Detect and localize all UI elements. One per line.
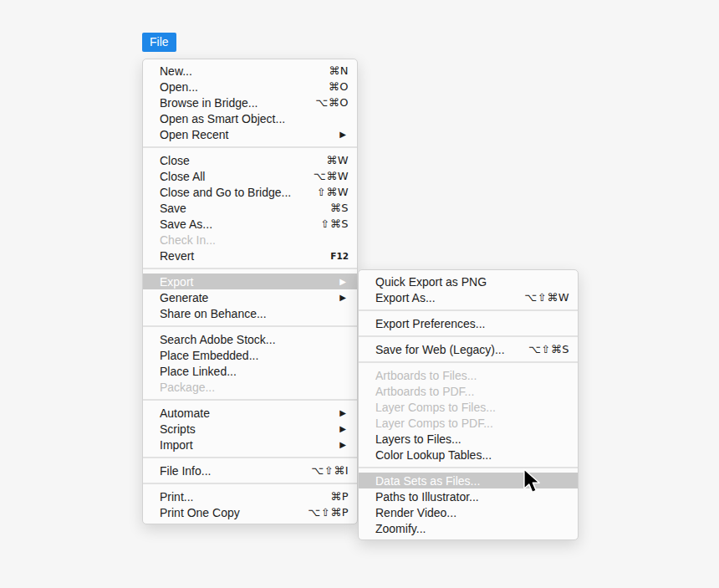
menu-item-label: Open...	[160, 80, 198, 94]
menu-item-shortcut: ⇧⌘W	[307, 186, 349, 198]
submenu-item-paths-to-illustrator[interactable]: Paths to Illustrator...	[359, 488, 578, 504]
menu-separator	[143, 325, 357, 327]
menu-item-label: Revert	[160, 249, 194, 263]
menu-item-place-linked[interactable]: Place Linked...	[143, 363, 357, 379]
menu-item-label: Import	[160, 438, 193, 452]
submenu-item-artboards-to-pdf: Artboards to PDF...	[359, 383, 578, 399]
submenu-arrow-icon: ▶	[339, 277, 349, 286]
menu-item-shortcut: ⌘O	[319, 80, 349, 93]
menu-item-open-recent[interactable]: Open Recent▶	[143, 126, 357, 142]
menu-item-place-embedded[interactable]: Place Embedded...	[143, 347, 357, 363]
menu-item-open[interactable]: Open...⌘O	[143, 79, 357, 95]
menu-item-automate[interactable]: Automate▶	[143, 405, 357, 421]
menu-item-search-adobe-stock[interactable]: Search Adobe Stock...	[143, 331, 357, 347]
menu-item-label: Layers to Files...	[375, 432, 461, 446]
submenu-item-export-preferences[interactable]: Export Preferences...	[359, 315, 578, 331]
submenu-arrow-icon: ▶	[339, 293, 349, 302]
menu-item-label: Layer Comps to PDF...	[375, 417, 493, 430]
menu-item-label: Artboards to Files...	[375, 369, 477, 382]
menu-item-close[interactable]: Close⌘W	[143, 152, 357, 168]
menu-item-import[interactable]: Import▶	[143, 437, 357, 453]
menu-item-label: Generate	[160, 291, 208, 304]
submenu-item-color-lookup-tables[interactable]: Color Lookup Tables...	[359, 447, 578, 463]
menu-item-label: Paths to Illustrator...	[375, 490, 479, 504]
submenu-item-layer-comps-to-files: Layer Comps to Files...	[359, 399, 578, 415]
menu-item-label: Scripts	[160, 422, 196, 436]
menu-item-label: Browse in Bridge...	[160, 96, 258, 110]
menu-item-label: Color Lookup Tables...	[375, 448, 492, 462]
menu-item-shortcut: ⌘S	[320, 202, 349, 214]
submenu-item-render-video[interactable]: Render Video...	[359, 504, 578, 520]
menu-item-label: Share on Behance...	[160, 307, 267, 320]
menu-item-package: Package...	[143, 379, 357, 395]
menu-item-share-on-behance[interactable]: Share on Behance...	[143, 305, 357, 321]
submenu-item-zoomify[interactable]: Zoomify...	[359, 520, 578, 536]
menu-item-shortcut: ⇧⌘S	[310, 217, 349, 230]
menu-item-file-info[interactable]: File Info...⌥⇧⌘I	[143, 463, 357, 478]
export-submenu: Quick Export as PNGExport As...⌥⇧⌘WExpor…	[358, 269, 579, 540]
menu-separator	[143, 268, 357, 269]
submenu-item-layers-to-files[interactable]: Layers to Files...	[359, 431, 578, 447]
menu-item-label: Print One Copy	[160, 506, 240, 519]
menu-item-save[interactable]: Save⌘S	[143, 200, 357, 216]
menu-item-label: Zoomify...	[375, 522, 426, 535]
menu-item-label: Export	[160, 275, 193, 289]
menu-item-label: Save	[160, 202, 186, 215]
menu-item-check-in: Check In...	[143, 232, 357, 248]
menu-item-label: Close All	[160, 170, 205, 183]
submenu-item-artboards-to-files: Artboards to Files...	[359, 367, 578, 383]
menu-item-close-and-go-to-bridge[interactable]: Close and Go to Bridge...⇧⌘W	[143, 184, 357, 200]
menu-item-label: Save As...	[160, 217, 212, 231]
menu-item-shortcut: ⌥⇧⌘P	[298, 506, 349, 519]
menu-item-label: Place Embedded...	[160, 349, 258, 362]
menu-item-label: Search Adobe Stock...	[160, 333, 276, 346]
menu-item-shortcut: ⌘P	[320, 490, 349, 503]
submenu-arrow-icon: ▶	[339, 130, 349, 139]
menu-item-close-all[interactable]: Close All⌥⌘W	[143, 168, 357, 184]
submenu-item-save-for-web-legacy[interactable]: Save for Web (Legacy)...⌥⇧⌘S	[359, 341, 578, 357]
menu-item-label: Place Linked...	[160, 365, 237, 378]
menu-separator	[359, 335, 578, 337]
submenu-item-layer-comps-to-pdf: Layer Comps to PDF...	[359, 415, 578, 431]
file-menu-button[interactable]: File	[142, 33, 176, 52]
menu-item-browse-in-bridge[interactable]: Browse in Bridge...⌥⌘O	[143, 95, 357, 110]
menu-item-label: Close and Go to Bridge...	[160, 186, 291, 199]
menu-item-label: Quick Export as PNG	[375, 275, 487, 289]
menu-item-revert[interactable]: RevertF12	[143, 248, 357, 263]
menu-item-shortcut: ⌥⇧⌘W	[514, 291, 569, 304]
file-dropdown-menu: New...⌘NOpen...⌘OBrowse in Bridge...⌥⌘OO…	[142, 59, 358, 524]
menu-separator	[143, 457, 357, 458]
menu-item-label: Layer Comps to Files...	[375, 401, 496, 414]
menu-item-scripts[interactable]: Scripts▶	[143, 421, 357, 437]
menu-item-shortcut: ⌥⌘O	[305, 96, 349, 109]
menu-item-export[interactable]: Export▶	[143, 274, 357, 289]
menu-separator	[143, 483, 357, 484]
menu-item-label: Export Preferences...	[375, 317, 486, 330]
menu-item-label: Check In...	[160, 233, 216, 247]
submenu-arrow-icon: ▶	[339, 408, 349, 417]
menu-separator	[143, 146, 357, 148]
menu-item-label: Save for Web (Legacy)...	[375, 343, 505, 356]
menu-item-shortcut: F12	[320, 251, 349, 261]
menu-item-shortcut: ⌥⇧⌘S	[518, 343, 569, 355]
menu-item-label: File Info...	[160, 464, 211, 478]
menu-item-print[interactable]: Print...⌘P	[143, 488, 357, 504]
menu-item-label: Package...	[160, 381, 215, 394]
menu-item-shortcut: ⌥⌘W	[303, 170, 349, 182]
menu-item-save-as[interactable]: Save As...⇧⌘S	[143, 216, 357, 232]
menu-separator	[359, 467, 578, 468]
menu-item-open-as-smart-object[interactable]: Open as Smart Object...	[143, 110, 357, 126]
submenu-item-quick-export-as-png[interactable]: Quick Export as PNG	[359, 274, 578, 289]
menu-item-new[interactable]: New...⌘N	[143, 63, 357, 79]
submenu-item-data-sets-as-files[interactable]: Data Sets as Files...	[359, 473, 578, 488]
menu-item-label: Open as Smart Object...	[160, 112, 285, 125]
menu-separator	[143, 399, 357, 401]
menu-item-generate[interactable]: Generate▶	[143, 289, 357, 305]
menu-item-label: Artboards to PDF...	[375, 385, 474, 398]
submenu-arrow-icon: ▶	[339, 440, 349, 449]
submenu-item-export-as[interactable]: Export As...⌥⇧⌘W	[359, 289, 578, 305]
menu-separator	[359, 309, 578, 311]
submenu-arrow-icon: ▶	[339, 424, 349, 433]
menu-item-print-one-copy[interactable]: Print One Copy⌥⇧⌘P	[143, 504, 357, 520]
menu-separator	[359, 361, 578, 363]
